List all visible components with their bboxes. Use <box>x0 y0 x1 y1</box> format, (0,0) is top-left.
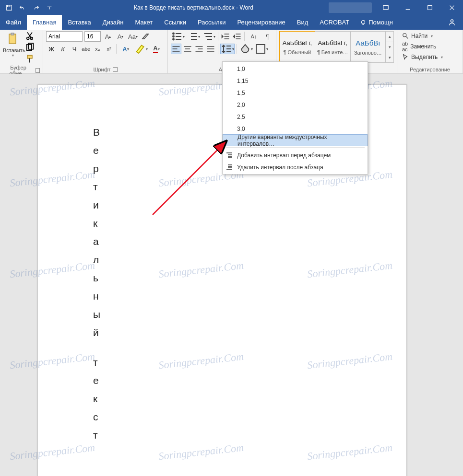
add-space-before-icon <box>226 151 233 159</box>
align-right-icon[interactable] <box>194 44 204 54</box>
save-icon[interactable] <box>3 1 15 14</box>
quick-access-toolbar <box>0 1 59 14</box>
account-box[interactable] <box>329 2 372 13</box>
replace-icon: abac <box>402 41 408 52</box>
menu-separator <box>226 147 365 148</box>
svg-point-13 <box>173 33 174 35</box>
add-space-before[interactable]: Добавить интервал перед абзацем <box>223 149 368 161</box>
spacing-2-5[interactable]: 2,5 <box>223 111 368 123</box>
svg-point-17 <box>403 34 406 37</box>
svg-rect-6 <box>9 34 16 44</box>
spacing-options[interactable]: Другие варианты междустрочных интервалов… <box>223 134 368 146</box>
search-icon <box>402 33 409 39</box>
grow-font-icon[interactable]: A▴ <box>103 31 113 42</box>
font-name-select[interactable] <box>46 31 83 42</box>
bold-button[interactable]: Ж <box>46 44 57 54</box>
redo-icon[interactable] <box>30 1 42 14</box>
bullets-icon[interactable]: ▾ <box>171 31 185 42</box>
underline-button[interactable]: Ч <box>69 44 80 54</box>
font-size-select[interactable] <box>84 31 101 42</box>
style-normal[interactable]: АаБбВвГг, ¶ Обычный <box>279 31 315 63</box>
format-painter-icon[interactable] <box>25 54 35 64</box>
editing-label: Редактирование <box>410 67 450 72</box>
close-icon[interactable] <box>441 0 463 15</box>
justify-icon[interactable] <box>205 44 216 54</box>
share-button[interactable] <box>441 15 463 30</box>
svg-rect-2 <box>383 5 389 9</box>
multilevel-list-icon[interactable]: ▾ <box>202 31 216 42</box>
highlight-icon[interactable]: ▾ <box>134 44 148 54</box>
svg-rect-1 <box>8 5 10 7</box>
vertical-text-2[interactable]: текст <box>93 353 99 444</box>
cursor-icon <box>402 54 409 60</box>
tab-acrobat[interactable]: ACROBAT <box>314 15 355 30</box>
paste-icon <box>7 33 19 46</box>
change-case-icon[interactable]: Aa▾ <box>128 31 138 42</box>
superscript-button[interactable]: x² <box>104 44 114 54</box>
tab-review[interactable]: Рецензирование <box>231 15 291 30</box>
style-heading1[interactable]: АаБбВı Заголово… <box>350 31 386 63</box>
remove-space-after[interactable]: Удалить интервал после абзаца <box>223 161 368 173</box>
spacing-1-0[interactable]: 1,0 <box>223 63 368 75</box>
spacing-1-15[interactable]: 1,15 <box>223 75 368 87</box>
vertical-text-1[interactable]: Вертикальный <box>93 123 100 342</box>
remove-space-after-icon <box>226 163 233 171</box>
subscript-button[interactable]: x₂ <box>92 44 103 54</box>
cut-icon[interactable] <box>25 31 35 41</box>
window-title: Как в Ворде писать вертикально.docx - Wo… <box>59 4 329 11</box>
group-editing: Найти▾ abacЗаменить Выделить▾ Редактиров… <box>397 30 463 73</box>
show-marks-icon[interactable]: ¶ <box>262 31 273 42</box>
align-center-icon[interactable] <box>182 44 193 54</box>
style-no-spacing[interactable]: АаБбВвГг, ¶ Без инте… <box>315 31 351 63</box>
ribbon-tabs: Файл Главная Вставка Дизайн Макет Ссылки… <box>0 15 463 30</box>
qa-customize-icon[interactable] <box>43 1 56 14</box>
line-spacing-menu: 1,0 1,15 1,5 2,0 2,5 3,0 Другие варианты… <box>222 61 368 174</box>
tab-view[interactable]: Вид <box>291 15 314 30</box>
svg-point-15 <box>173 39 174 40</box>
align-left-icon[interactable] <box>171 44 181 54</box>
font-color-icon[interactable]: A▾ <box>149 44 164 54</box>
group-clipboard: Вставить ▾ Буфер обме… <box>0 30 43 73</box>
replace-button[interactable]: abacЗаменить <box>400 42 460 51</box>
tab-layout[interactable]: Макет <box>129 15 158 30</box>
paste-button[interactable]: Вставить ▾ <box>3 31 23 58</box>
group-font: A▴ A▾ Aa▾ Ж К Ч abc x₂ x² A▾ ▾ A▾ Шрифт <box>43 30 168 73</box>
title-bar: Как в Ворде писать вертикально.docx - Wo… <box>0 0 463 15</box>
tab-file[interactable]: Файл <box>0 15 27 30</box>
tell-me-search[interactable]: Помощн <box>355 15 398 30</box>
strikethrough-button[interactable]: abc <box>81 44 91 54</box>
line-spacing-button[interactable]: ▾ <box>220 44 235 54</box>
text-effects-icon[interactable]: A▾ <box>119 44 133 54</box>
svg-rect-7 <box>11 33 14 35</box>
tab-insert[interactable]: Вставка <box>62 15 96 30</box>
copy-icon[interactable] <box>25 43 35 52</box>
styles-gallery-nav[interactable]: ▴▾▾ <box>385 31 394 63</box>
svg-rect-3 <box>428 5 432 10</box>
font-dialog-launcher[interactable] <box>113 67 118 72</box>
decrease-indent-icon[interactable] <box>220 31 231 42</box>
clear-formatting-icon[interactable] <box>140 31 151 42</box>
maximize-icon[interactable] <box>419 0 441 15</box>
shading-icon[interactable]: ▾ <box>239 44 253 54</box>
find-button[interactable]: Найти▾ <box>400 31 460 41</box>
sort-icon[interactable]: А↓ <box>247 31 261 42</box>
tell-me-label: Помощн <box>368 19 393 26</box>
tab-mailings[interactable]: Рассылки <box>192 15 231 30</box>
minimize-icon[interactable] <box>397 0 419 15</box>
ribbon-display-icon[interactable] <box>375 0 397 15</box>
italic-button[interactable]: К <box>58 44 68 54</box>
increase-indent-icon[interactable] <box>232 31 242 42</box>
borders-icon[interactable]: ▾ <box>254 44 269 54</box>
tab-home[interactable]: Главная <box>27 15 62 30</box>
paste-label: Вставить <box>3 47 23 53</box>
numbering-icon[interactable]: ▾ <box>186 31 201 42</box>
undo-icon[interactable] <box>16 1 29 14</box>
clipboard-dialog-launcher[interactable] <box>36 68 40 73</box>
spacing-3-0[interactable]: 3,0 <box>223 123 368 135</box>
spacing-1-5[interactable]: 1,5 <box>223 87 368 99</box>
spacing-2-0[interactable]: 2,0 <box>223 99 368 111</box>
tab-references[interactable]: Ссылки <box>158 15 192 30</box>
tab-design[interactable]: Дизайн <box>97 15 130 30</box>
shrink-font-icon[interactable]: A▾ <box>115 31 126 42</box>
select-button[interactable]: Выделить▾ <box>400 52 460 62</box>
